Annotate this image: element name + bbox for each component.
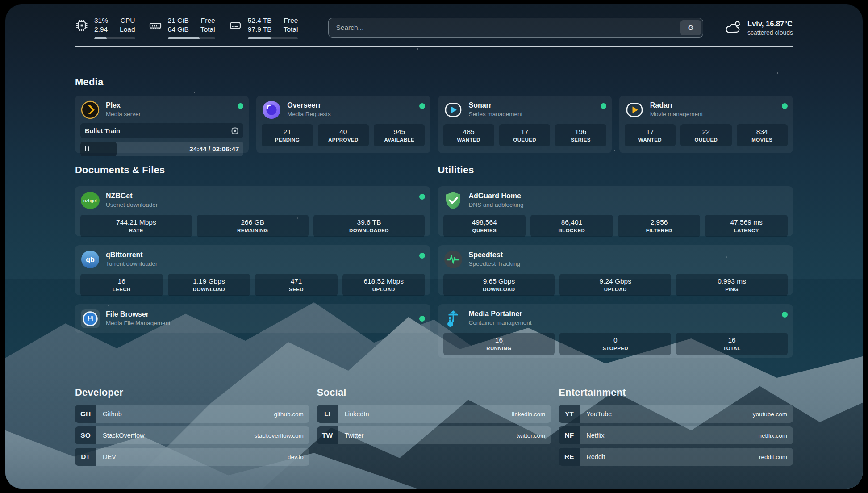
search-provider-button[interactable]: G (680, 20, 701, 35)
search-bar: G (328, 18, 703, 38)
section-heading-entertainment: Entertainment (559, 386, 793, 399)
cpu-label: CPU (120, 16, 135, 25)
service-subtitle: Movie management (650, 110, 703, 118)
bookmark-dev[interactable]: DT DEV dev.to (75, 448, 309, 466)
status-dot (419, 253, 425, 259)
nzbget-icon: nzbget (80, 191, 100, 210)
filebrowser-icon (80, 309, 100, 329)
service-title: File Browser (106, 309, 171, 319)
service-subtitle: Media server (106, 110, 141, 118)
bookmarks-entertainment: Entertainment YT YouTube youtube.com NF … (559, 386, 793, 466)
bookmark-youtube[interactable]: YT YouTube youtube.com (559, 405, 793, 423)
playback-time: 24:44 / 02:06:47 (189, 142, 239, 156)
scattered-clouds-icon (724, 20, 742, 35)
disk-free-label: Free (284, 16, 298, 25)
disk-total-label: Total (284, 25, 298, 34)
bookmark-url: dev.to (288, 454, 304, 460)
service-title: Speedtest (469, 250, 521, 259)
service-card-speedtest[interactable]: Speedtest Speedtest Tracking 9.65 Gbps D… (438, 245, 793, 295)
weather-widget: Lviv, 16.87°C scattered clouds (724, 19, 793, 37)
bookmarks-developer: Developer GH Github github.com SO StackO… (75, 386, 309, 466)
cpu-usage-value: 31% (94, 16, 108, 25)
sonarr-icon (443, 100, 463, 120)
memory-free-value: 21 GiB (168, 16, 189, 25)
svg-text:qb: qb (86, 256, 95, 263)
stat-filtered: 2,956 FILTERED (618, 215, 701, 237)
cpu-chip-icon (75, 19, 88, 32)
service-card-overseerr[interactable]: Overseerr Media Requests 21 PENDING 40 A… (256, 96, 430, 153)
service-title: Plex (106, 100, 141, 110)
service-subtitle: Usenet downloader (106, 201, 158, 209)
stat-blocked: 86,401 BLOCKED (530, 215, 613, 237)
bookmark-url: stackoverflow.com (254, 432, 303, 439)
stat-total: 16 TOTAL (676, 333, 788, 355)
bookmark-netflix[interactable]: NF Netflix netflix.com (559, 426, 793, 444)
stat-download: 9.65 Gbps DOWNLOAD (443, 274, 555, 296)
service-subtitle: DNS and adblocking (469, 201, 524, 209)
stat-stopped: 0 STOPPED (559, 333, 671, 355)
cpu-load-label: Load (120, 25, 135, 34)
disk-total-value: 97.9 TB (248, 25, 272, 34)
service-card-qbittorrent[interactable]: qb qBittorrent Torrent downloader (75, 245, 430, 295)
status-dot (601, 103, 606, 109)
service-card-portainer[interactable]: Media Portainer Container management 16 … (438, 304, 793, 358)
bookmark-twitter[interactable]: TW Twitter twitter.com (317, 426, 551, 444)
stat-series: 196 SERIES (555, 124, 606, 146)
bookmark-name: StackOverflow (103, 432, 144, 439)
bookmark-name: Reddit (586, 453, 605, 460)
stat-seed: 471 SEED (255, 274, 338, 296)
stat-queries: 498,564 QUERIES (443, 215, 526, 237)
bookmark-github[interactable]: GH Github github.com (75, 405, 309, 423)
service-title: Sonarr (469, 100, 523, 110)
plex-icon (80, 100, 100, 120)
service-card-sonarr[interactable]: Sonarr Series management 485 WANTED 17 Q… (438, 96, 612, 153)
adguard-shield-icon (443, 191, 463, 210)
stat-downloaded: 39.6 TB DOWNLOADED (313, 215, 425, 237)
stat-download: 1.19 Gbps DOWNLOAD (168, 274, 250, 296)
service-card-nzbget[interactable]: nzbget NZBGet Usenet downloader 74 (75, 186, 430, 236)
media-cards-row: Plex Media server Bullet Train (75, 96, 793, 153)
bookmark-abbr: RE (559, 448, 580, 466)
weather-condition: scattered clouds (747, 29, 793, 37)
service-card-plex[interactable]: Plex Media server Bullet Train (75, 96, 249, 153)
service-card-adguard[interactable]: AdGuard Home DNS and adblocking 498,564 … (438, 186, 793, 236)
bookmark-abbr: DT (75, 448, 96, 466)
stat-leech: 16 LEECH (80, 274, 163, 296)
service-subtitle: Media Requests (287, 110, 331, 118)
bookmark-name: Twitter (345, 432, 364, 439)
memory-total-value: 64 GiB (168, 25, 189, 34)
stat-wanted: 17 WANTED (625, 124, 676, 146)
bookmark-stackoverflow[interactable]: SO StackOverflow stackoverflow.com (75, 426, 309, 444)
service-card-radarr[interactable]: Radarr Movie management 17 WANTED 22 QUE… (619, 96, 793, 153)
bookmark-url: twitter.com (517, 432, 546, 439)
session-icon (231, 127, 239, 135)
status-dot (782, 312, 788, 318)
stat-upload: 9.24 Gbps UPLOAD (559, 274, 671, 296)
disk-resource-widget: 52.4 TB Free 97.9 TB Total (229, 16, 298, 39)
bookmark-reddit[interactable]: RE Reddit reddit.com (559, 448, 793, 466)
stat-upload: 618.52 Mbps UPLOAD (342, 274, 425, 296)
documents-utilities-columns: Documents & Files nzbget (75, 164, 793, 358)
disk-progress-bar (248, 37, 298, 39)
svg-text:nzbget: nzbget (83, 198, 97, 203)
bookmarks-social: Social LI LinkedIn linkedin.com TW Twitt… (317, 386, 551, 466)
service-title: Radarr (650, 100, 703, 110)
memory-free-label: Free (200, 16, 215, 25)
stat-remaining: 266 GB REMAINING (197, 215, 309, 237)
bookmark-url: netflix.com (758, 432, 787, 439)
bookmark-abbr: YT (559, 405, 580, 423)
disk-free-value: 52.4 TB (248, 16, 272, 25)
section-heading-utilities: Utilities (438, 164, 793, 176)
topbar-divider (75, 46, 793, 47)
plex-playback-progress: 24:44 / 02:06:47 (80, 142, 243, 156)
stat-rate: 744.21 Mbps RATE (80, 215, 192, 237)
service-card-filebrowser[interactable]: File Browser Media File Management (75, 304, 430, 333)
search-input[interactable] (329, 18, 703, 37)
bookmark-linkedin[interactable]: LI LinkedIn linkedin.com (317, 405, 551, 423)
service-title: AdGuard Home (469, 191, 524, 201)
stat-available: 945 AVAILABLE (374, 124, 425, 146)
stat-ping: 0.993 ms PING (676, 274, 788, 296)
bookmark-abbr: NF (559, 426, 580, 444)
stat-wanted: 485 WANTED (443, 124, 494, 146)
memory-icon (149, 19, 162, 32)
